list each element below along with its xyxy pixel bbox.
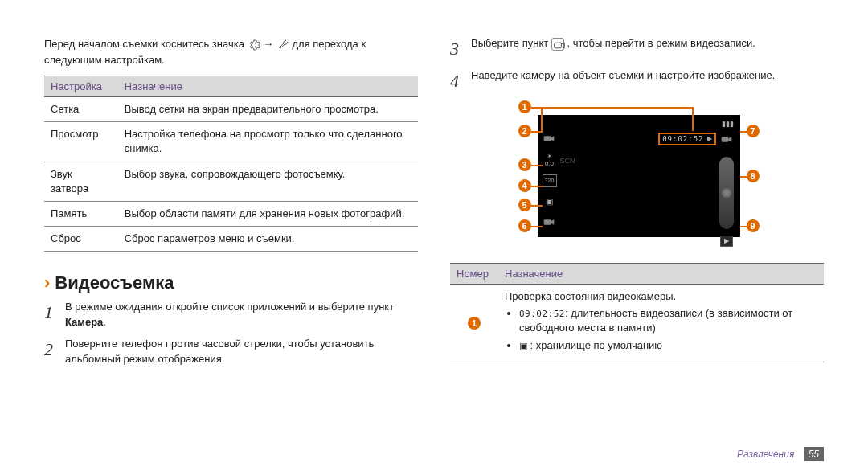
legend-table: Номер Назначение 1 Проверка состояния ви… bbox=[450, 263, 824, 362]
callout-line bbox=[740, 131, 748, 133]
camcorder-diagram: ▮▮▮ ☀0.0 320 ▣ SCN 09: bbox=[485, 100, 790, 253]
status-row: ▮▮▮ bbox=[722, 120, 734, 128]
record-dot-icon bbox=[722, 188, 731, 198]
step-body: Наведите камеру на объект съемки и настр… bbox=[471, 68, 824, 94]
step-text-b: , чтобы перейти в режим видеозаписи. bbox=[567, 37, 755, 49]
left-column: Перед началом съемки коснитесь значка → … bbox=[44, 36, 418, 455]
step-number: 2 bbox=[44, 337, 65, 367]
callout-4: 4 bbox=[518, 179, 531, 192]
legend-title: Проверка состояния видеокамеры. bbox=[505, 289, 817, 304]
step-3: 3 Выберите пункт , чтобы перейти в режим… bbox=[450, 36, 824, 62]
playback-button[interactable]: ▶ bbox=[720, 236, 733, 247]
mode-camcorder-bottom-icon bbox=[542, 216, 557, 229]
footer-page: 55 bbox=[804, 447, 824, 461]
legend-desc-cell: Проверка состояния видеокамеры. 09:02:52… bbox=[498, 284, 824, 362]
setting-name: Сетка bbox=[44, 97, 118, 122]
table-row: Сброс Сброс параметров меню и съемки. bbox=[44, 227, 418, 252]
settings-header-row: Настройка Назначение bbox=[44, 76, 418, 97]
settings-icon bbox=[248, 39, 260, 51]
rec-play-icon: ▶ bbox=[707, 135, 712, 142]
battery-icon: ▮▮▮ bbox=[722, 120, 734, 128]
callout-line bbox=[531, 186, 542, 187]
rec-time-box: 09:02:52 ▶ bbox=[658, 133, 715, 145]
legend-item-2: ▣ : хранилище по умолчанию bbox=[519, 338, 817, 353]
legend-callout-cell: 1 bbox=[450, 284, 498, 362]
callout-line bbox=[531, 226, 542, 227]
wrench-icon bbox=[276, 39, 289, 51]
step-body: Поверните телефон против часовой стрелки… bbox=[65, 337, 418, 367]
callout-3: 3 bbox=[518, 158, 531, 171]
rec-time-text: 09:02:52 bbox=[662, 135, 703, 143]
step-text: Поверните телефон против часовой стрелки… bbox=[65, 338, 374, 365]
chevron-icon: › bbox=[44, 272, 50, 293]
svg-rect-2 bbox=[543, 219, 551, 225]
callout-line bbox=[531, 131, 542, 133]
legend-header-row: Номер Назначение bbox=[450, 263, 824, 284]
callout-line bbox=[740, 176, 748, 178]
setting-desc: Настройка телефона на просмотр только чт… bbox=[118, 122, 418, 162]
callout-9: 9 bbox=[747, 219, 760, 232]
step-text: В режиме ожидания откройте список прилож… bbox=[65, 301, 394, 313]
settings-header-setting: Настройка bbox=[44, 76, 118, 97]
callout-line bbox=[740, 226, 748, 227]
heading-text: Видеосъемка bbox=[55, 272, 174, 293]
callout-1: 1 bbox=[518, 100, 531, 113]
legend-row: 1 Проверка состояния видеокамеры. 09:02:… bbox=[450, 284, 824, 362]
svg-rect-1 bbox=[543, 136, 551, 141]
setting-name: Просмотр bbox=[44, 122, 118, 162]
table-row: Память Выбор области памяти для хранения… bbox=[44, 201, 418, 226]
legend-header-purpose: Назначение bbox=[498, 263, 824, 284]
setting-desc: Сброс параметров меню и съемки. bbox=[118, 227, 418, 252]
setting-name: Звук затвора bbox=[44, 162, 118, 201]
section-heading: ›Видеосъемка bbox=[44, 272, 418, 293]
storage-icon: ▣ bbox=[542, 195, 557, 208]
scn-label: SCN bbox=[560, 157, 575, 165]
intro-paragraph: Перед началом съемки коснитесь значка → … bbox=[44, 36, 418, 68]
legend-time-digits: 09:02:52 bbox=[519, 309, 565, 319]
table-row: Звук затвора Выбор звука, сопровождающег… bbox=[44, 162, 418, 201]
camcorder-right-icon bbox=[721, 134, 734, 146]
settings-table: Настройка Назначение Сетка Вывод сетки н… bbox=[44, 76, 418, 252]
step-number: 1 bbox=[44, 300, 65, 330]
mode-camcorder-top-icon bbox=[542, 133, 557, 145]
exposure-icon: ☀0.0 bbox=[542, 154, 557, 166]
footer-section: Развлечения bbox=[737, 448, 794, 460]
storage-small-icon: ▣ bbox=[519, 341, 527, 350]
callout-8: 8 bbox=[747, 170, 760, 182]
callout-line bbox=[541, 107, 694, 109]
callout-line bbox=[531, 205, 542, 207]
callout-line bbox=[541, 107, 542, 131]
step-1: 1 В режиме ожидания откройте список прил… bbox=[44, 300, 418, 330]
table-row: Просмотр Настройка телефона на просмотр … bbox=[44, 122, 418, 162]
step-4: 4 Наведите камеру на объект съемки и нас… bbox=[450, 68, 824, 94]
right-column: 3 Выберите пункт , чтобы перейти в режим… bbox=[450, 36, 824, 455]
step-body: В режиме ожидания откройте список прилож… bbox=[65, 300, 418, 330]
record-button[interactable] bbox=[719, 157, 734, 229]
camcorder-icon bbox=[551, 38, 564, 51]
legend-item-1: 09:02:52: длительность видеозаписи (в за… bbox=[519, 306, 817, 335]
step-2: 2 Поверните телефон против часовой стрел… bbox=[44, 337, 418, 367]
step-body: Выберите пункт , чтобы перейти в режим в… bbox=[471, 36, 824, 62]
setting-desc: Выбор области памяти для хранения новых … bbox=[118, 201, 418, 226]
setting-name: Сброс bbox=[44, 227, 118, 252]
step-text: Наведите камеру на объект съемки и настр… bbox=[471, 69, 775, 81]
callout-5: 5 bbox=[518, 199, 531, 211]
legend-callout-badge: 1 bbox=[468, 317, 481, 330]
callout-7: 7 bbox=[747, 125, 760, 137]
setting-desc: Вывод сетки на экран предварительного пр… bbox=[118, 97, 418, 122]
svg-rect-3 bbox=[721, 137, 728, 142]
step-text-b: . bbox=[103, 316, 106, 328]
left-icon-column: ☀0.0 320 ▣ bbox=[542, 133, 557, 229]
callout-6: 6 bbox=[518, 219, 531, 232]
intro-before: Перед началом съемки коснитесь значка bbox=[44, 38, 248, 50]
callout-line bbox=[692, 107, 694, 131]
callout-2: 2 bbox=[518, 125, 531, 137]
resolution-badge: 320 bbox=[542, 174, 557, 187]
step-number: 3 bbox=[450, 36, 471, 62]
legend-sublist: 09:02:52: длительность видеозаписи (в за… bbox=[505, 306, 817, 354]
step-bold: Камера bbox=[65, 316, 103, 328]
table-row: Сетка Вывод сетки на экран предварительн… bbox=[44, 97, 418, 122]
camcorder-screen: ▮▮▮ ☀0.0 320 ▣ SCN 09: bbox=[538, 115, 740, 237]
right-controls: ▶ bbox=[718, 157, 735, 247]
page: Перед началом съемки коснитесь значка → … bbox=[0, 0, 868, 471]
